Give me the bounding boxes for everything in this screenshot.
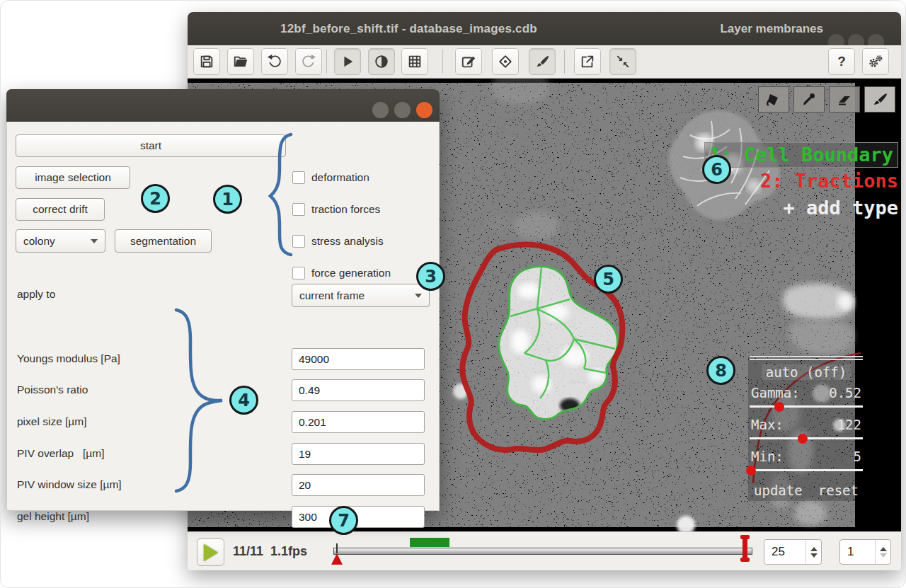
update-button[interactable]: update	[754, 483, 803, 498]
min-label: Min:	[751, 449, 784, 464]
spin-up-icon[interactable]	[880, 547, 887, 551]
film-icon	[407, 54, 423, 69]
mask-paint-button[interactable]	[529, 48, 556, 75]
correct-drift-button[interactable]: correct drift	[16, 198, 105, 221]
brush-tool-button[interactable]	[864, 86, 895, 113]
pipette-tool-button[interactable]	[793, 86, 825, 113]
dialog-body: start image selection correct drift colo…	[6, 122, 440, 511]
export-icon	[580, 54, 595, 69]
checkbox[interactable]	[292, 235, 305, 248]
dialog-titlebar[interactable]	[6, 89, 440, 122]
poissons-ratio-field[interactable]	[292, 379, 425, 401]
auto-contrast-button[interactable]: auto (off)	[748, 364, 864, 380]
apply-to-dropdown[interactable]: current frame	[292, 284, 430, 307]
gamma-label: Gamma:	[751, 385, 800, 400]
fill-tool-button[interactable]	[758, 86, 789, 113]
max-slider-handle[interactable]	[798, 434, 808, 444]
checkbox-stress-analysis[interactable]: stress analysis	[292, 235, 384, 248]
marker-icon	[498, 54, 513, 69]
timeline-track[interactable]	[333, 548, 752, 555]
playback-bar: 11/11 1.1fps 25 1	[188, 531, 901, 570]
checkbox[interactable]	[292, 267, 305, 279]
youngs-modulus-label: Youngs modulus [Pa]	[17, 352, 120, 365]
frames-button[interactable]	[401, 48, 428, 75]
toolbar-separator	[326, 50, 327, 74]
pytfm-dialog: start image selection correct drift colo…	[6, 89, 440, 511]
redo-button[interactable]	[295, 48, 322, 75]
spin-down-icon[interactable]	[810, 553, 818, 558]
gel-height-label: gel height [µm]	[17, 510, 89, 523]
piv-window-size-label: PIV window size [µm]	[17, 478, 122, 491]
chevron-down-icon	[415, 294, 422, 298]
open-button[interactable]	[227, 48, 254, 75]
poissons-ratio-label: Poisson's ratio	[17, 384, 88, 396]
min-slider-handle[interactable]	[746, 466, 756, 475]
undo-icon	[267, 54, 282, 69]
window-titlebar[interactable]: 12bf_before_shift.tif - database_images.…	[188, 12, 901, 45]
gamma-slider-handle[interactable]	[774, 402, 784, 412]
fill-icon	[765, 92, 782, 108]
play-icon	[340, 54, 355, 69]
help-icon: ?	[837, 54, 846, 69]
checkbox-deformation[interactable]: deformation	[292, 171, 369, 184]
export-button[interactable]	[574, 48, 601, 75]
undo-button[interactable]	[261, 48, 288, 75]
spin-down-icon[interactable]	[880, 553, 887, 558]
fit-view-button[interactable]	[609, 48, 636, 75]
edit-note-icon	[461, 54, 476, 69]
max-value: 122	[837, 417, 861, 432]
mode-dropdown[interactable]: colony	[16, 229, 105, 253]
save-button[interactable]	[193, 48, 220, 75]
save-icon	[199, 54, 214, 69]
badge-6: 6	[702, 155, 731, 184]
timeline-slider[interactable]	[333, 532, 752, 571]
settings-button[interactable]	[862, 48, 889, 75]
timeline-end-marker[interactable]	[742, 536, 747, 561]
type-cell-boundary[interactable]: 1: Cell Boundary	[589, 118, 898, 145]
checkbox[interactable]	[292, 171, 305, 184]
youngs-modulus-field[interactable]	[292, 348, 425, 370]
timeline-start-marker[interactable]	[331, 553, 343, 565]
checkbox-force-generation[interactable]: force generation	[292, 267, 391, 279]
spin-up-icon[interactable]	[810, 547, 818, 551]
piv-overlap-field[interactable]	[292, 443, 425, 465]
gamma-slider[interactable]	[750, 402, 863, 412]
layer-label: Layer membranes	[720, 12, 823, 45]
image-selection-button[interactable]: image selection	[16, 166, 130, 189]
eraser-icon	[836, 92, 853, 108]
min-value: 5	[854, 449, 861, 464]
segmentation-button[interactable]: segmentation	[115, 229, 212, 253]
skip-frames-spinbox[interactable]: 25	[764, 539, 822, 565]
window-title: 12bf_before_shift.tif - database_images.…	[188, 12, 630, 45]
contrast-icon	[374, 54, 389, 69]
badge-1: 1	[213, 185, 242, 214]
start-button[interactable]: start	[16, 134, 286, 157]
play-button[interactable]	[334, 48, 361, 75]
dialog-close-button[interactable]	[416, 102, 432, 118]
eraser-tool-button[interactable]	[829, 86, 860, 113]
max-slider[interactable]	[750, 434, 863, 444]
marker-button[interactable]	[492, 48, 519, 75]
reset-button[interactable]: reset	[818, 483, 859, 498]
marker-type-list: 1: Cell Boundary 2: Tractions + add type	[589, 118, 898, 199]
max-label: Max:	[751, 417, 784, 432]
frame-step-spinbox[interactable]: 1	[839, 539, 891, 565]
timeline-loaded-segment	[410, 538, 449, 547]
piv-window-size-field[interactable]	[292, 474, 425, 496]
playback-play-button[interactable]	[197, 538, 224, 566]
badge-4: 4	[229, 386, 258, 415]
contrast-button[interactable]	[368, 48, 395, 75]
gel-height-field[interactable]	[292, 506, 425, 528]
dialog-maximize-button[interactable]	[394, 102, 411, 118]
min-slider[interactable]	[750, 466, 863, 475]
annotate-button[interactable]	[455, 48, 482, 75]
help-button[interactable]: ?	[828, 48, 855, 75]
dialog-minimize-button[interactable]	[372, 102, 389, 118]
pixel-size-field[interactable]	[292, 411, 425, 433]
brush-icon	[534, 54, 550, 69]
checkbox-traction-forces[interactable]: traction forces	[292, 203, 380, 216]
checkbox[interactable]	[292, 203, 305, 216]
gamma-row: Gamma: 0.52	[748, 385, 864, 400]
screenshot-frame: 12bf_before_shift.tif - database_images.…	[0, 0, 906, 588]
histogram-lines	[750, 356, 863, 360]
